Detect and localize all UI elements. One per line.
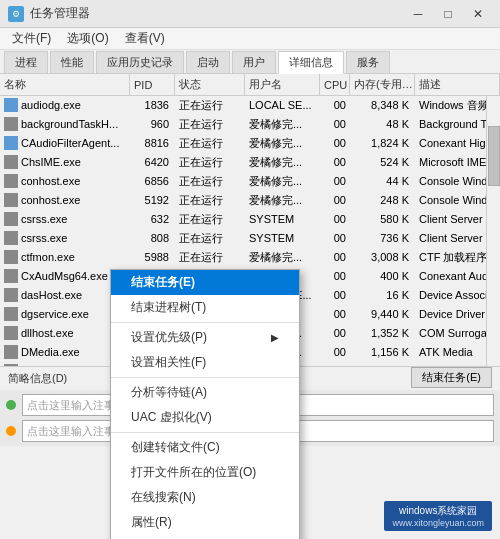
process-icon <box>4 307 18 321</box>
context-menu-item[interactable]: 结束进程树(T) <box>111 295 299 320</box>
minimize-button[interactable]: ─ <box>404 4 432 24</box>
process-status: 正在运行 <box>175 134 245 152</box>
process-user: 爱橘修完... <box>245 248 320 266</box>
process-name: CxAudMsg64.exe <box>21 270 108 282</box>
tab-app-history[interactable]: 应用历史记录 <box>96 51 184 73</box>
vertical-scrollbar[interactable] <box>486 96 500 366</box>
process-status: 正在运行 <box>175 96 245 114</box>
table-row[interactable]: csrss.exe 808 正在运行 SYSTEM 00 736 K Clien… <box>0 229 500 248</box>
process-user: 爱橘修完... <box>245 134 320 152</box>
tab-users[interactable]: 用户 <box>232 51 276 73</box>
process-mem: 524 K <box>350 153 415 171</box>
col-header-pid[interactable]: PID <box>130 74 175 95</box>
watermark-text: windows系统家园 <box>399 504 477 518</box>
process-name: ChsIME.exe <box>21 156 81 168</box>
process-icon <box>4 345 18 359</box>
table-row[interactable]: ChsIME.exe 6420 正在运行 爱橘修完... 00 524 K Mi… <box>0 153 500 172</box>
table-row[interactable]: conhost.exe 6856 正在运行 爱橘修完... 00 44 K Co… <box>0 172 500 191</box>
process-name: audiodg.exe <box>21 99 81 111</box>
table-row[interactable]: ctfmon.exe 5988 正在运行 爱橘修完... 00 3,008 K … <box>0 248 500 267</box>
maximize-button[interactable]: □ <box>434 4 462 24</box>
ctx-label: UAC 虚拟化(V) <box>131 409 212 426</box>
tab-details[interactable]: 详细信息 <box>278 51 344 74</box>
process-mem: 1,352 K <box>350 324 415 342</box>
context-menu-item[interactable]: 设置相关性(F) <box>111 350 299 375</box>
process-name: ctfmon.exe <box>21 251 75 263</box>
process-user: SYSTEM <box>245 210 320 228</box>
process-name: csrss.exe <box>21 213 67 225</box>
process-pid: 8816 <box>130 134 175 152</box>
process-status: 正在运行 <box>175 115 245 133</box>
process-name: DMedia.exe <box>21 346 80 358</box>
indicator-green <box>6 400 16 410</box>
context-menu-item[interactable]: 结束任务(E) <box>111 270 299 295</box>
tab-startup[interactable]: 启动 <box>186 51 230 73</box>
process-icon <box>4 326 18 340</box>
indicator-orange <box>6 426 16 436</box>
context-menu-separator <box>111 322 299 323</box>
context-menu-item[interactable]: 属性(R) <box>111 510 299 535</box>
process-cpu: 00 <box>320 229 350 247</box>
process-user: 爱橘修完... <box>245 115 320 133</box>
process-status: 正在运行 <box>175 210 245 228</box>
col-header-user[interactable]: 用户名 <box>245 74 320 95</box>
tab-performance[interactable]: 性能 <box>50 51 94 73</box>
table-row[interactable]: conhost.exe 5192 正在运行 爱橘修完... 00 248 K C… <box>0 191 500 210</box>
ctx-label: 设置相关性(F) <box>131 354 206 371</box>
process-mem: 1,824 K <box>350 134 415 152</box>
process-name: backgroundTaskH... <box>21 118 118 130</box>
table-row[interactable]: CAudioFilterAgent... 8816 正在运行 爱橘修完... 0… <box>0 134 500 153</box>
context-menu-item[interactable]: 转到服务(G) <box>111 535 299 539</box>
col-header-name[interactable]: 名称 <box>0 74 130 95</box>
menu-bar: 文件(F) 选项(O) 查看(V) <box>0 28 500 50</box>
context-menu-item[interactable]: 分析等待链(A) <box>111 380 299 405</box>
process-pid: 5192 <box>130 191 175 209</box>
scrollbar-thumb[interactable] <box>488 126 500 186</box>
menu-file[interactable]: 文件(F) <box>4 28 59 49</box>
context-menu-separator <box>111 432 299 433</box>
process-mem: 1,156 K <box>350 343 415 361</box>
table-row[interactable]: audiodg.exe 1836 正在运行 LOCAL SE... 00 8,3… <box>0 96 500 115</box>
watermark-url: www.xitongleyuan.com <box>392 518 484 528</box>
process-icon <box>4 98 18 112</box>
context-menu-separator <box>111 377 299 378</box>
ctx-label: 在线搜索(N) <box>131 489 196 506</box>
process-mem: 248 K <box>350 191 415 209</box>
menu-view[interactable]: 查看(V) <box>117 28 173 49</box>
context-menu-item[interactable]: UAC 虚拟化(V) <box>111 405 299 430</box>
close-button[interactable]: ✕ <box>464 4 492 24</box>
title-bar: ⚙ 任务管理器 ─ □ ✕ <box>0 0 500 28</box>
table-row[interactable]: csrss.exe 632 正在运行 SYSTEM 00 580 K Clien… <box>0 210 500 229</box>
status-text[interactable]: 简略信息(D) <box>8 371 67 386</box>
context-menu-item[interactable]: 打开文件所在的位置(O) <box>111 460 299 485</box>
tab-processes[interactable]: 进程 <box>4 51 48 73</box>
col-header-cpu[interactable]: CPU <box>320 74 350 95</box>
process-status: 正在运行 <box>175 172 245 190</box>
process-user: 爱橘修完... <box>245 153 320 171</box>
process-user: LOCAL SE... <box>245 96 320 114</box>
col-header-mem[interactable]: 内存(专用… <box>350 74 415 95</box>
context-menu-item[interactable]: 设置优先级(P)▶ <box>111 325 299 350</box>
context-menu-item[interactable]: 创建转储文件(C) <box>111 435 299 460</box>
process-user: 爱橘修完... <box>245 172 320 190</box>
app-icon: ⚙ <box>8 6 24 22</box>
process-icon <box>4 231 18 245</box>
process-mem: 44 K <box>350 172 415 190</box>
process-pid: 808 <box>130 229 175 247</box>
process-cpu: 00 <box>320 191 350 209</box>
col-header-desc[interactable]: 描述 <box>415 74 500 95</box>
process-pid: 6420 <box>130 153 175 171</box>
process-mem: 736 K <box>350 229 415 247</box>
col-header-status[interactable]: 状态 <box>175 74 245 95</box>
menu-options[interactable]: 选项(O) <box>59 28 116 49</box>
process-name: dllhost.exe <box>21 327 74 339</box>
ctx-label: 设置优先级(P) <box>131 329 207 346</box>
end-task-button[interactable]: 结束任务(E) <box>411 367 492 388</box>
window-controls: ─ □ ✕ <box>404 4 492 24</box>
tab-services[interactable]: 服务 <box>346 51 390 73</box>
process-cpu: 00 <box>320 172 350 190</box>
process-user: 爱橘修完... <box>245 191 320 209</box>
context-menu-item[interactable]: 在线搜索(N) <box>111 485 299 510</box>
table-row[interactable]: backgroundTaskH... 960 正在运行 爱橘修完... 00 4… <box>0 115 500 134</box>
window-title: 任务管理器 <box>30 5 90 22</box>
